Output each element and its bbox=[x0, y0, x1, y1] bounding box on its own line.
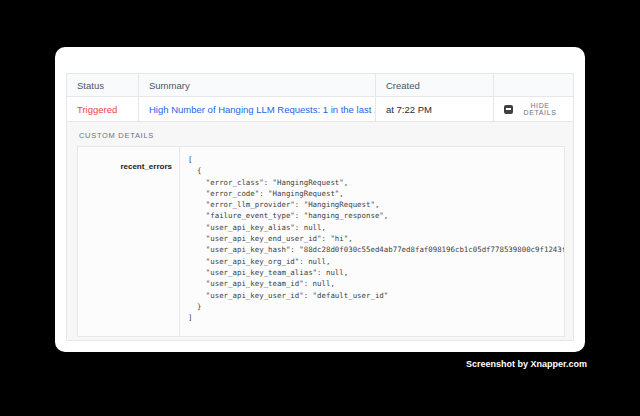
alerts-table: Status Summary Created Triggered High Nu… bbox=[66, 73, 574, 341]
created-cell: at 7:22 PM bbox=[375, 97, 493, 122]
actions-cell: HIDE DETAILS bbox=[493, 97, 574, 122]
details-key-column: recent_errors bbox=[78, 147, 180, 336]
summary-cell: High Number of Hanging LLM Requests: 1 i… bbox=[138, 97, 375, 122]
custom-details-box: recent_errors [ { "error_class": "Hangin… bbox=[77, 146, 565, 337]
column-header-status: Status bbox=[66, 73, 138, 97]
custom-details-heading: CUSTOM DETAILS bbox=[79, 131, 563, 140]
collapse-minus-icon bbox=[504, 105, 513, 114]
custom-details-panel: CUSTOM DETAILS recent_errors [ { "error_… bbox=[66, 122, 574, 341]
hide-details-label: HIDE DETAILS bbox=[517, 102, 563, 116]
column-header-summary: Summary bbox=[138, 73, 375, 97]
recent-errors-field-label: recent_errors bbox=[120, 162, 172, 171]
hide-details-button[interactable]: HIDE DETAILS bbox=[504, 102, 563, 116]
recent-errors-json: [ { "error_class": "HangingRequest", "er… bbox=[188, 154, 556, 323]
status-badge: Triggered bbox=[77, 104, 117, 115]
table-header-row: Status Summary Created bbox=[66, 73, 574, 97]
status-cell: Triggered bbox=[66, 97, 138, 122]
created-timestamp: at 7:22 PM bbox=[386, 104, 432, 115]
xnapper-watermark: Screenshot by Xnapper.com bbox=[466, 359, 587, 369]
alert-details-card: Status Summary Created Triggered High Nu… bbox=[55, 47, 585, 352]
details-json-area: [ { "error_class": "HangingRequest", "er… bbox=[180, 147, 564, 336]
column-header-created: Created bbox=[375, 73, 493, 97]
column-header-actions bbox=[493, 73, 574, 97]
table-row: Triggered High Number of Hanging LLM Req… bbox=[66, 97, 574, 122]
